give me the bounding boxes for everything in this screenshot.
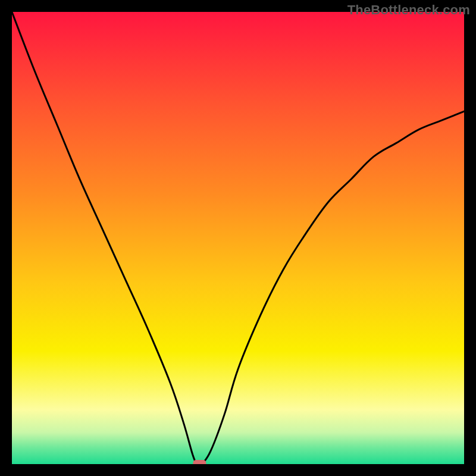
gradient-background — [12, 12, 464, 464]
watermark-text: TheBottleneck.com — [347, 2, 470, 18]
chart-frame: TheBottleneck.com — [0, 0, 476, 476]
optimal-point-marker — [193, 460, 206, 464]
bottleneck-chart — [12, 12, 464, 464]
plot-area — [12, 12, 464, 464]
